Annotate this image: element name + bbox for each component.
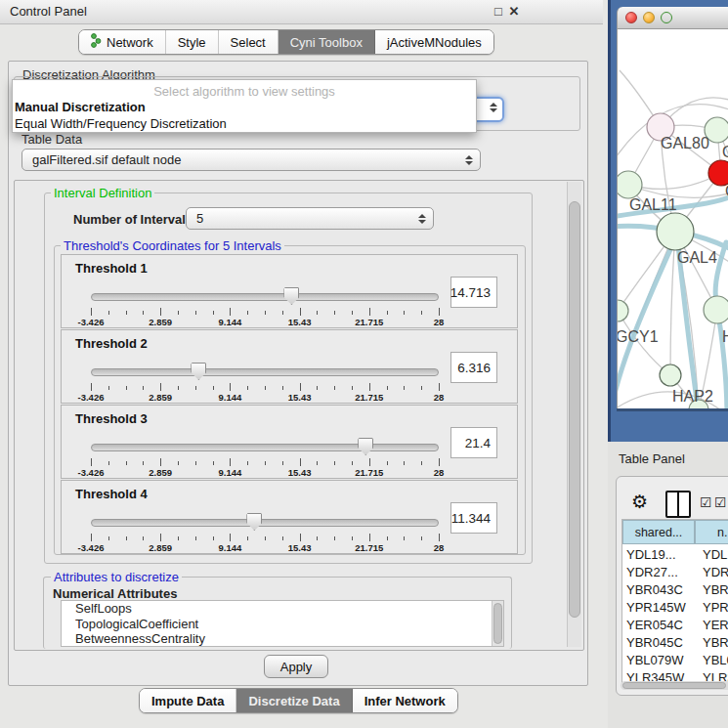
node-label: GAL4 xyxy=(677,249,717,266)
network-graph: GAL80 GA GAL11 C GAL4 GCY1 H HAP2 xyxy=(618,29,728,408)
settings-vertical-scrollbar[interactable] xyxy=(567,182,581,647)
network-window-titlebar[interactable] xyxy=(617,7,728,29)
slider-track[interactable] xyxy=(91,519,439,527)
combo-arrows-icon xyxy=(418,214,429,224)
number-of-intervals-value: 5 xyxy=(196,211,203,226)
attributes-group-title: Attributes to discretize xyxy=(51,571,182,583)
slider-scale: -3.4262.8599.14415.4321.71528 xyxy=(91,458,439,478)
node-label: GAL80 xyxy=(661,135,709,151)
node-gal4[interactable] xyxy=(657,213,694,250)
slider-thumb[interactable] xyxy=(246,513,262,531)
slider-scale: -3.4262.8599.14415.4321.71528 xyxy=(91,308,439,327)
algorithm-popup-hint: Select algorithm to view settings xyxy=(13,80,476,99)
node-label: GA xyxy=(722,144,728,160)
slider-track[interactable] xyxy=(91,368,439,376)
tab-select[interactable]: Select xyxy=(219,30,278,54)
threshold-row: Threshold 3 -3.4262.8599.14415.4321.7152… xyxy=(61,405,518,479)
cyni-mode-tabs: Impute Data Discretize Data Infer Networ… xyxy=(139,688,458,713)
node-table: shared... n... YDL19...YDL1... YDR27...Y… xyxy=(621,519,728,684)
node-gal11[interactable] xyxy=(618,171,642,198)
list-item[interactable]: SelfLoops xyxy=(62,601,503,617)
control-panel-titlebar: Control Panel □ ✕ xyxy=(0,0,603,24)
tab-network[interactable]: Network xyxy=(79,30,166,54)
interval-definition-title: Interval Definition xyxy=(51,187,154,199)
gear-icon[interactable]: ⚙ xyxy=(631,492,648,511)
slider-thumb[interactable] xyxy=(358,438,373,455)
algorithm-option-equal-width[interactable]: Equal Width/Frequency Discretization xyxy=(13,115,476,132)
network-graph-icon xyxy=(91,33,102,51)
network-canvas[interactable]: GAL80 GA GAL11 C GAL4 GCY1 H HAP2 xyxy=(617,29,728,408)
close-window-icon[interactable]: ✕ xyxy=(507,4,521,19)
select-columns-checkbox-icon[interactable]: ☑ xyxy=(700,495,712,509)
threshold-4-slider[interactable] xyxy=(91,513,439,532)
threshold-4-value-field[interactable]: 11.344 xyxy=(450,502,497,534)
node-right[interactable] xyxy=(704,296,728,323)
app-root: Control Panel □ ✕ Network Style Select C… xyxy=(0,0,728,728)
select-all-checkbox-icon[interactable]: ☑ xyxy=(714,495,727,509)
network-window-shadow xyxy=(617,408,728,411)
split-columns-icon[interactable] xyxy=(665,491,691,518)
combo-arrows-icon xyxy=(490,103,500,112)
tab-style[interactable]: Style xyxy=(166,30,219,54)
close-traffic-light-icon[interactable] xyxy=(625,12,637,23)
control-panel-title: Control Panel xyxy=(10,4,87,19)
column-header-name[interactable]: n... xyxy=(695,520,728,544)
threshold-2-slider[interactable] xyxy=(91,363,439,381)
column-header-shared-name[interactable]: shared... xyxy=(622,520,695,544)
tab-infer-network[interactable]: Infer Network xyxy=(353,689,457,712)
slider-scale: -3.4262.8599.14415.4321.71528 xyxy=(91,383,439,403)
node-hap2[interactable] xyxy=(660,364,681,386)
numerical-attributes-label: Numerical Attributes xyxy=(53,586,177,601)
table-data-combo-value: galFiltered.sif default node xyxy=(32,152,181,167)
numerical-attributes-list: SelfLoops TopologicalCoefficient Between… xyxy=(61,600,504,647)
threshold-2-value-field[interactable]: 6.316 xyxy=(450,352,497,383)
list-item[interactable]: TopologicalCoefficient xyxy=(62,617,503,632)
slider-thumb[interactable] xyxy=(191,363,206,380)
tab-cyni-toolbox[interactable]: Cyni Toolbox xyxy=(278,30,375,54)
threshold-3-slider[interactable] xyxy=(91,438,439,456)
table-horizontal-scrollbar-thumb[interactable] xyxy=(622,682,726,689)
threshold-1-value-field[interactable]: 14.713 xyxy=(450,277,497,308)
table-panel-title: Table Panel xyxy=(619,451,685,466)
tab-impute-data[interactable]: Impute Data xyxy=(140,689,236,712)
table-data-label: Table Data xyxy=(21,132,82,147)
thresholds-group-title: Threshold's Coordinates for 5 Intervals xyxy=(61,239,284,252)
slider-thumb[interactable] xyxy=(283,287,299,305)
control-panel-tabs: Network Style Select Cyni Toolbox jActiv… xyxy=(78,29,494,55)
slider-track[interactable] xyxy=(91,444,439,451)
attributes-list-scrollbar-thumb[interactable] xyxy=(493,603,502,644)
number-of-intervals-combo[interactable]: 5 xyxy=(186,207,434,230)
node-label: GAL11 xyxy=(629,196,677,213)
settings-vertical-scrollbar-thumb[interactable] xyxy=(569,201,580,618)
threshold-row: Threshold 4 -3.4262.8599.14415.4321.7152… xyxy=(61,480,518,554)
node-label: GCY1 xyxy=(618,328,659,345)
algorithm-dropdown-popup: Select algorithm to view settings Manual… xyxy=(12,79,477,133)
number-of-intervals-label: Number of Intervals xyxy=(73,212,193,227)
tab-jactivemnodules[interactable]: jActiveMNodules xyxy=(375,30,493,54)
apply-button[interactable]: Apply xyxy=(264,655,328,678)
threshold-row: Threshold 2 -3.4262.8599.14415.4321.7152… xyxy=(61,329,518,404)
table-data-combo[interactable]: galFiltered.sif default node xyxy=(21,149,481,171)
threshold-1-slider[interactable] xyxy=(91,287,439,306)
minimize-traffic-light-icon[interactable] xyxy=(643,12,655,23)
attributes-list-scrollbar[interactable] xyxy=(492,601,503,646)
zoom-traffic-light-icon[interactable] xyxy=(661,12,672,23)
float-window-icon[interactable]: □ xyxy=(492,4,505,19)
table-horizontal-scrollbar[interactable] xyxy=(621,681,728,690)
threshold-row: Threshold 1 -3.4262.8599.14415.4321.7152… xyxy=(61,254,518,328)
list-item[interactable]: BetweennessCentrality xyxy=(62,631,503,647)
threshold-3-value-field[interactable]: 21.4 xyxy=(450,427,497,458)
slider-scale: -3.4262.8599.14415.4321.71528 xyxy=(91,534,439,553)
node-label: HAP2 xyxy=(672,388,713,405)
slider-track[interactable] xyxy=(91,293,439,301)
algorithm-option-manual[interactable]: Manual Discretization xyxy=(13,99,476,115)
combo-arrows-icon xyxy=(465,155,476,165)
node-gcy1[interactable] xyxy=(618,300,628,321)
table-panel-inner: ⚙ ☑ ☑ shared... n... YDL19...YDL1... YDR… xyxy=(616,476,728,696)
node-label: H xyxy=(722,328,728,345)
tab-discretize-data[interactable]: Discretize Data xyxy=(236,689,352,712)
